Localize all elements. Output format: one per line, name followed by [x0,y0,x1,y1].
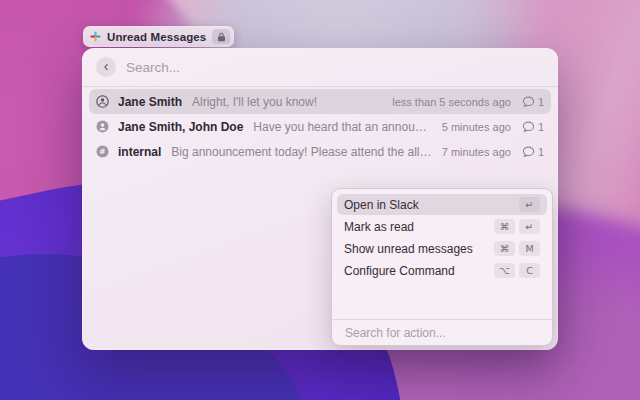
action-search-bar [332,320,552,345]
c-key: C [519,263,540,278]
message-preview: Alright, I'll let you know! [192,95,317,109]
action-configure-command[interactable]: Configure Command ⌥ C [337,260,547,281]
action-label: Configure Command [344,264,455,278]
message-row-internal[interactable]: # internal Big announcement today! Pleas… [89,139,551,164]
command-tag-label: Unread Messages [107,31,206,43]
message-title: internal [118,145,161,159]
action-label: Show unread messages [344,242,473,256]
search-input[interactable] [126,60,544,75]
person-circle-icon [96,95,109,108]
chevron-left-icon: ‹ [104,59,109,73]
comment-count-badge: 1 [522,96,544,108]
message-meta: 5 minutes ago 1 [432,121,544,133]
speech-bubble-icon [522,146,535,158]
comment-count-badge: 1 [522,121,544,133]
action-open-in-slack[interactable]: Open in Slack ↵ [337,194,547,215]
command-key-icon: ⌘ [494,219,515,234]
people-circle-icon [96,120,109,133]
option-key-icon: ⌥ [494,263,515,278]
action-show-unread-messages[interactable]: Show unread messages ⌘ M [337,238,547,259]
lock-icon [212,29,230,44]
svg-text:#: # [99,147,105,156]
message-time: 5 minutes ago [442,121,511,133]
message-preview: Big announcement today! Please attend th… [171,145,431,159]
action-label: Mark as read [344,220,414,234]
return-key-icon: ↵ [519,197,540,212]
action-list: Open in Slack ↵ Mark as read ⌘ ↵ Show un… [332,189,552,286]
message-title: Jane Smith [118,95,182,109]
slack-icon [90,28,101,46]
search-bar: ‹ [82,48,558,86]
comment-count: 1 [538,121,544,133]
comment-count-badge: 1 [522,146,544,158]
command-tag[interactable]: Unread Messages [83,26,234,47]
action-label: Open in Slack [344,198,419,212]
raycast-window: ‹ Jane Smith Alright, I'll let you know!… [82,48,558,350]
shortcut-keys: ⌥ C [494,263,540,278]
message-list: Jane Smith Alright, I'll let you know! l… [82,87,558,164]
action-mark-as-read[interactable]: Mark as read ⌘ ↵ [337,216,547,237]
action-panel-spacer [332,286,552,319]
shortcut-keys: ↵ [519,197,540,212]
message-row-jane-smith[interactable]: Jane Smith Alright, I'll let you know! l… [89,89,551,114]
speech-bubble-icon [522,121,535,133]
action-search-input[interactable] [345,326,539,340]
comment-count: 1 [538,146,544,158]
return-key-icon: ↵ [519,219,540,234]
speech-bubble-icon [522,96,535,108]
shortcut-keys: ⌘ ↵ [494,219,540,234]
message-meta: less than 5 seconds ago 1 [382,96,544,108]
desktop: Unread Messages ‹ [0,0,640,400]
message-time: less than 5 seconds ago [392,96,511,108]
shortcut-keys: ⌘ M [494,241,540,256]
message-meta: 7 minutes ago 1 [432,146,544,158]
action-panel: Open in Slack ↵ Mark as read ⌘ ↵ Show un… [331,188,553,346]
message-time: 7 minutes ago [442,146,511,158]
message-title: Jane Smith, John Doe [118,120,243,134]
message-preview: Have you heard that an announcement is c… [253,120,431,134]
m-key: M [519,241,540,256]
comment-count: 1 [538,96,544,108]
back-button[interactable]: ‹ [96,57,116,77]
command-key-icon: ⌘ [494,241,515,256]
hash-circle-icon: # [96,145,109,158]
message-row-jane-smith-john-doe[interactable]: Jane Smith, John Doe Have you heard that… [89,114,551,139]
